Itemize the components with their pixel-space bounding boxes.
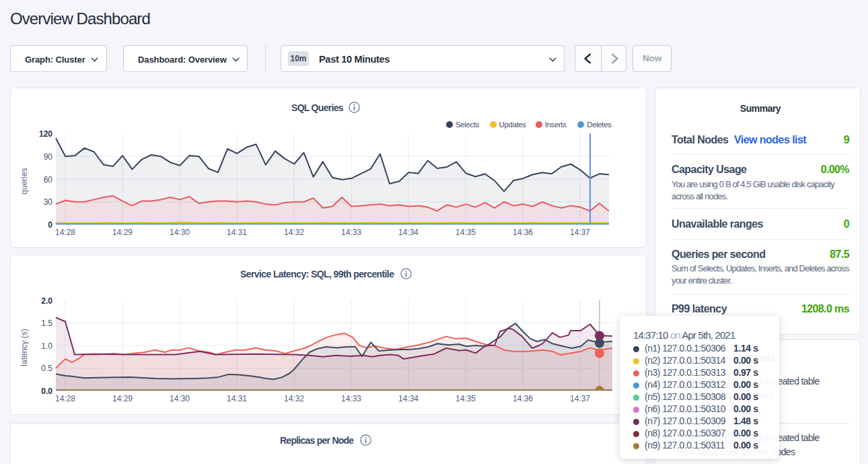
- svg-text:14:32: 14:32: [284, 228, 304, 237]
- svg-text:120: 120: [39, 129, 52, 139]
- svg-text:0.5: 0.5: [41, 364, 52, 373]
- svg-text:14:31: 14:31: [227, 228, 247, 237]
- svg-text:14:37: 14:37: [570, 228, 590, 237]
- svg-text:14:37: 14:37: [570, 394, 590, 403]
- svg-text:14:34: 14:34: [398, 228, 419, 237]
- svg-text:14:35: 14:35: [456, 228, 476, 237]
- svg-text:90: 90: [44, 152, 53, 162]
- svg-text:14:28: 14:28: [55, 394, 75, 403]
- svg-text:14:30: 14:30: [170, 394, 190, 403]
- svg-text:14:35: 14:35: [456, 394, 476, 403]
- svg-text:0: 0: [48, 220, 52, 230]
- svg-text:14:36: 14:36: [513, 394, 533, 403]
- svg-text:60: 60: [44, 175, 53, 185]
- svg-text:0.0: 0.0: [41, 387, 52, 396]
- svg-text:14:36: 14:36: [513, 228, 533, 237]
- svg-text:14:28: 14:28: [55, 228, 75, 237]
- svg-text:14:34: 14:34: [398, 394, 419, 403]
- svg-text:queries: queries: [20, 168, 29, 194]
- svg-text:14:30: 14:30: [170, 228, 190, 237]
- svg-text:latency (s): latency (s): [20, 329, 29, 366]
- svg-text:14:33: 14:33: [341, 228, 361, 237]
- svg-text:14:29: 14:29: [112, 228, 133, 237]
- svg-text:1.5: 1.5: [41, 319, 52, 328]
- svg-text:30: 30: [44, 197, 53, 207]
- svg-text:2.0: 2.0: [41, 296, 52, 306]
- svg-text:1.0: 1.0: [41, 341, 52, 351]
- svg-text:14:32: 14:32: [284, 394, 304, 403]
- svg-text:14:33: 14:33: [341, 394, 361, 403]
- svg-text:14:31: 14:31: [227, 394, 247, 403]
- svg-text:14:29: 14:29: [112, 394, 133, 403]
